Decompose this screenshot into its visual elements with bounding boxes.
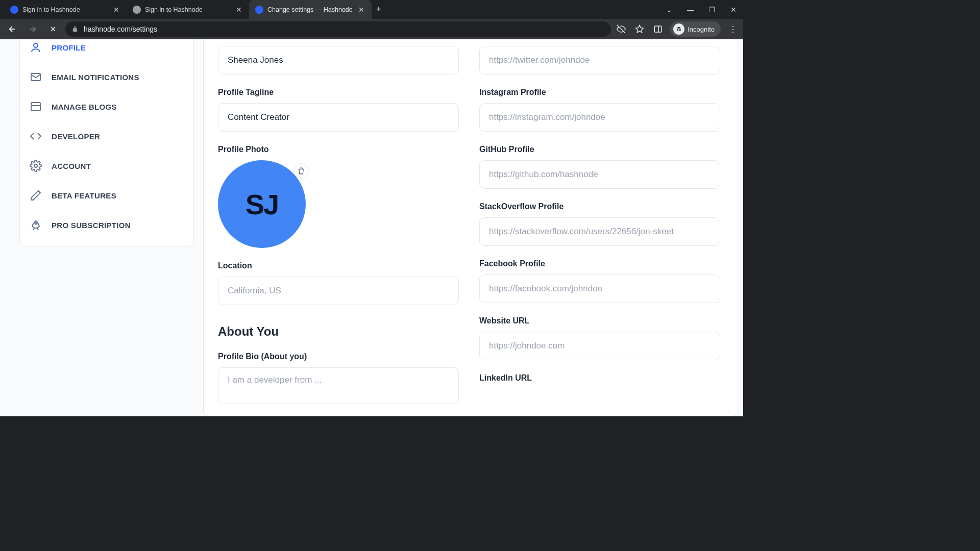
sidebar-item-label: EMAIL NOTIFICATIONS [52, 73, 139, 82]
address-bar[interactable]: hashnode.com/settings [65, 21, 611, 37]
location-input[interactable] [218, 277, 459, 305]
incognito-icon [673, 23, 684, 35]
close-icon[interactable]: ✕ [112, 6, 120, 14]
close-icon[interactable]: ✕ [357, 6, 365, 14]
svg-point-9 [34, 164, 37, 167]
facebook-label: Facebook Profile [479, 259, 720, 268]
avatar-wrap: SJ [218, 160, 306, 248]
svg-point-10 [35, 223, 37, 224]
sidebar-item-label: PRO SUBSCRIPTION [52, 221, 131, 230]
tabs-row: Sign in to Hashnode ✕ Sign in to Hashnod… [0, 0, 663, 19]
user-icon [29, 41, 42, 54]
incognito-label: Incognito [688, 26, 715, 33]
svg-rect-7 [31, 103, 40, 111]
globe-favicon-icon [133, 6, 141, 14]
incognito-badge[interactable]: Incognito [670, 21, 721, 37]
so-label: StackOverflow Profile [479, 202, 720, 211]
svg-point-4 [679, 29, 681, 31]
tab-title: Sign in to Hashnode [145, 6, 203, 13]
close-window-icon[interactable]: ✕ [727, 6, 740, 14]
rocket-icon [29, 218, 42, 232]
location-label: Location [218, 261, 459, 270]
side-panel-icon[interactable] [652, 23, 664, 35]
eye-off-icon[interactable] [615, 23, 627, 35]
new-tab-button[interactable]: + [372, 0, 386, 19]
svg-rect-1 [654, 26, 662, 32]
linkedin-label: LinkedIn URL [479, 373, 720, 383]
trash-icon [298, 167, 305, 174]
about-heading: About You [218, 324, 459, 339]
right-column: Instagram Profile GitHub Profile StackOv… [479, 39, 720, 406]
sidebar-item-label: MANAGE BLOGS [52, 103, 117, 111]
stop-button[interactable] [45, 21, 61, 37]
website-label: Website URL [479, 316, 720, 325]
hashnode-favicon-icon [255, 6, 263, 14]
close-icon[interactable]: ✕ [235, 6, 243, 14]
website-input[interactable] [479, 332, 720, 360]
tab-1[interactable]: Sign in to Hashnode ✕ [127, 0, 249, 19]
sidebar-item-label: PROFILE [52, 43, 86, 52]
settings-sidebar: PROFILE EMAIL NOTIFICATIONS MANAGE BLOGS… [19, 39, 194, 246]
window-controls: ⌄ ― ❐ ✕ [663, 0, 743, 19]
maximize-icon[interactable]: ❐ [705, 6, 719, 14]
sidebar-item-label: ACCOUNT [52, 162, 91, 170]
sidebar-item-pro[interactable]: PRO SUBSCRIPTION [20, 210, 193, 240]
sidebar-item-beta[interactable]: BETA FEATURES [20, 181, 193, 210]
bio-textarea[interactable] [218, 367, 459, 404]
delete-photo-button[interactable] [293, 163, 309, 179]
so-input[interactable] [479, 217, 720, 246]
settings-content: Profile Tagline Profile Photo SJ Locatio… [203, 39, 738, 416]
lock-icon [71, 26, 79, 33]
tab-0[interactable]: Sign in to Hashnode ✕ [4, 0, 127, 19]
url-text: hashnode.com/settings [84, 25, 157, 33]
forward-button[interactable] [24, 21, 41, 37]
tagline-label: Profile Tagline [218, 88, 459, 97]
tab-search-icon[interactable]: ⌄ [663, 6, 676, 14]
instagram-label: Instagram Profile [479, 88, 720, 97]
photo-label: Profile Photo [218, 145, 459, 154]
tab-2[interactable]: Change settings — Hashnode ✕ [249, 0, 372, 19]
bio-label: Profile Bio (About you) [218, 352, 459, 361]
browser-title-bar: Sign in to Hashnode ✕ Sign in to Hashnod… [0, 0, 743, 19]
browser-toolbar: hashnode.com/settings Incognito ⋮ [0, 19, 743, 39]
name-input[interactable] [218, 46, 459, 74]
svg-point-5 [34, 43, 38, 47]
svg-marker-0 [636, 26, 644, 33]
tagline-input[interactable] [218, 103, 459, 132]
gear-icon [29, 159, 42, 172]
code-icon [29, 130, 42, 143]
sidebar-item-developer[interactable]: DEVELOPER [20, 121, 193, 151]
minimize-icon[interactable]: ― [684, 6, 697, 14]
pencil-icon [29, 189, 42, 202]
toolbar-right: Incognito ⋮ [615, 21, 739, 37]
tab-title: Change settings — Hashnode [267, 6, 353, 13]
left-column: Profile Tagline Profile Photo SJ Locatio… [218, 39, 459, 406]
sidebar-item-account[interactable]: ACCOUNT [20, 151, 193, 181]
layout-icon [29, 100, 42, 113]
avatar-initials: SJ [246, 188, 279, 221]
github-input[interactable] [479, 160, 720, 189]
instagram-input[interactable] [479, 103, 720, 132]
avatar[interactable]: SJ [218, 160, 306, 248]
mail-icon [29, 70, 42, 84]
page-viewport: PROFILE EMAIL NOTIFICATIONS MANAGE BLOGS… [0, 39, 743, 416]
tab-title: Sign in to Hashnode [22, 6, 80, 13]
sidebar-item-label: BETA FEATURES [52, 191, 116, 200]
facebook-input[interactable] [479, 274, 720, 303]
sidebar-item-profile[interactable]: PROFILE [20, 39, 193, 62]
sidebar-item-email[interactable]: EMAIL NOTIFICATIONS [20, 62, 193, 92]
sidebar-item-label: DEVELOPER [52, 132, 100, 141]
hashnode-favicon-icon [10, 6, 18, 14]
sidebar-item-blogs[interactable]: MANAGE BLOGS [20, 92, 193, 121]
github-label: GitHub Profile [479, 145, 720, 154]
twitter-input[interactable] [479, 46, 720, 74]
kebab-menu-icon[interactable]: ⋮ [727, 23, 739, 35]
back-button[interactable] [4, 21, 20, 37]
svg-point-3 [677, 29, 679, 31]
bookmark-star-icon[interactable] [633, 23, 646, 35]
